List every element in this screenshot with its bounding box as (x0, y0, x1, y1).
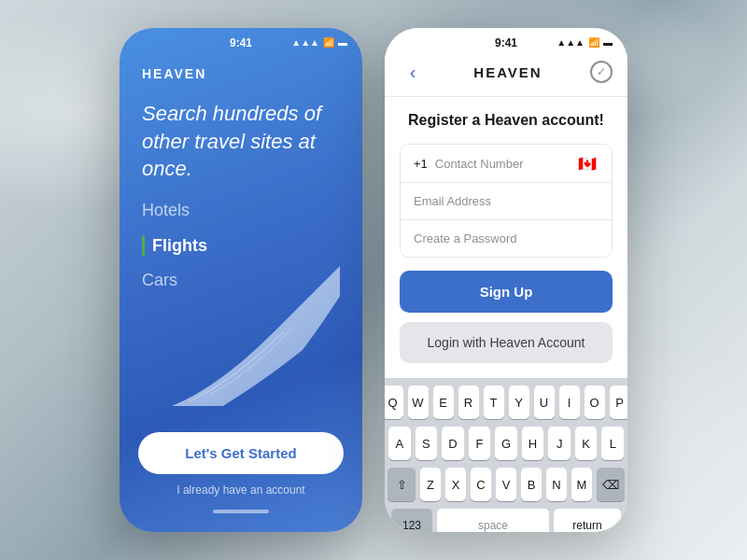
left-phone-content: HEAVEN Search hundreds of other travel s… (120, 51, 362, 421)
already-account-link[interactable]: I already have an account (176, 483, 304, 497)
login-button[interactable]: Login with Heaven Account (400, 322, 613, 363)
phone-prefix: +1 (414, 157, 428, 171)
key-w[interactable]: W (408, 385, 429, 419)
get-started-button[interactable]: Let's Get Started (138, 432, 344, 474)
check-button[interactable] (590, 61, 613, 83)
app-container: 9:41 ▲▲▲ 📶 ▬ HEAVEN Search hundreds of o… (0, 0, 747, 560)
num-key[interactable]: 123 (391, 509, 432, 532)
keyboard-row-4: 123 space return (388, 509, 624, 532)
key-u[interactable]: U (534, 385, 555, 419)
canada-flag-icon (578, 156, 599, 171)
shift-key[interactable]: ⇧ (388, 468, 416, 501)
nav-item-hotels[interactable]: Hotels (142, 202, 207, 224)
nav-item-flights[interactable]: Flights (142, 231, 207, 259)
signal-icon-right: ▲▲▲ (557, 37, 585, 48)
brand-name-left: HEAVEN (142, 66, 340, 81)
time-left: 9:41 (230, 36, 252, 49)
key-n[interactable]: N (546, 468, 567, 501)
key-d[interactable]: D (442, 427, 464, 460)
brand-name-right: HEAVEN (473, 64, 542, 80)
keyboard-row-3: ⇧ Z X C V B N M ⌫ (388, 468, 624, 501)
time-right: 9:41 (495, 36, 517, 49)
key-j[interactable]: J (548, 427, 571, 460)
phone-field[interactable]: +1 Contact Number (401, 145, 612, 183)
flights-label: Flights (152, 236, 207, 256)
hotels-label: Hotels (142, 202, 190, 220)
battery-icon-right: ▬ (603, 37, 613, 48)
password-field[interactable]: Create a Password (401, 220, 612, 257)
key-h[interactable]: H (522, 427, 544, 460)
email-field[interactable]: Email Address (401, 183, 612, 220)
key-k[interactable]: K (575, 427, 598, 460)
registration-form: +1 Contact Number Email Address Create a… (400, 144, 613, 258)
password-placeholder: Create a Password (414, 231, 599, 245)
keyboard: Q W E R T Y U I O P A S D F G H J K L (385, 378, 627, 532)
key-x[interactable]: X (445, 468, 466, 501)
keyboard-row-1: Q W E R T Y U I O P (388, 385, 624, 419)
nav-items: Hotels Flights Cars (142, 202, 207, 294)
wifi-icon-right: 📶 (588, 37, 599, 48)
key-v[interactable]: V (496, 468, 516, 501)
back-chevron-icon: ‹ (410, 62, 416, 83)
home-indicator-left (213, 510, 269, 513)
key-b[interactable]: B (521, 468, 542, 501)
phone-placeholder: Contact Number (435, 157, 571, 171)
keyboard-row-2: A S D F G H J K L (388, 427, 624, 460)
key-i[interactable]: I (559, 385, 580, 419)
key-g[interactable]: G (495, 427, 517, 460)
email-placeholder: Email Address (414, 194, 599, 208)
key-a[interactable]: A (388, 427, 411, 460)
key-r[interactable]: R (458, 385, 479, 419)
key-z[interactable]: Z (420, 468, 441, 501)
nav-header: ‹ HEAVEN (385, 51, 627, 97)
left-phone-bottom: Let's Get Started I already have an acco… (120, 421, 362, 532)
key-y[interactable]: Y (509, 385, 529, 419)
battery-icon: ▬ (338, 37, 347, 48)
key-p[interactable]: P (610, 385, 628, 419)
key-q[interactable]: Q (385, 385, 403, 419)
active-indicator (142, 235, 145, 256)
status-icons-left: ▲▲▲ 📶 ▬ (291, 37, 347, 48)
tagline: Search hundreds of other travel sites at… (142, 100, 340, 183)
space-key[interactable]: space (437, 509, 549, 532)
key-c[interactable]: C (471, 468, 491, 501)
phone-left: 9:41 ▲▲▲ 📶 ▬ HEAVEN Search hundreds of o… (120, 28, 362, 532)
signup-button[interactable]: Sign Up (400, 271, 613, 313)
signal-icon: ▲▲▲ (291, 37, 319, 48)
key-s[interactable]: S (416, 427, 438, 460)
back-button[interactable]: ‹ (400, 59, 426, 85)
key-t[interactable]: T (484, 385, 504, 419)
register-title: Register a Heaven account! (400, 112, 613, 129)
return-key[interactable]: return (554, 509, 621, 532)
nav-item-cars[interactable]: Cars (142, 267, 207, 294)
wifi-icon: 📶 (323, 37, 334, 48)
key-o[interactable]: O (585, 385, 605, 419)
cars-label: Cars (142, 271, 177, 290)
status-bar-right: 9:41 ▲▲▲ 📶 ▬ (385, 28, 627, 51)
phone-right: 9:41 ▲▲▲ 📶 ▬ ‹ HEAVEN Register a Heaven … (385, 28, 627, 532)
airplane-area: Hotels Flights Cars (142, 202, 340, 406)
status-bar-left: 9:41 ▲▲▲ 📶 ▬ (120, 28, 362, 51)
status-icons-right: ▲▲▲ 📶 ▬ (557, 37, 613, 48)
key-e[interactable]: E (433, 385, 454, 419)
backspace-key[interactable]: ⌫ (597, 468, 625, 501)
key-l[interactable]: L (601, 427, 624, 460)
register-content: Register a Heaven account! +1 Contact Nu… (385, 97, 627, 378)
key-f[interactable]: F (469, 427, 491, 460)
key-m[interactable]: M (571, 468, 592, 501)
